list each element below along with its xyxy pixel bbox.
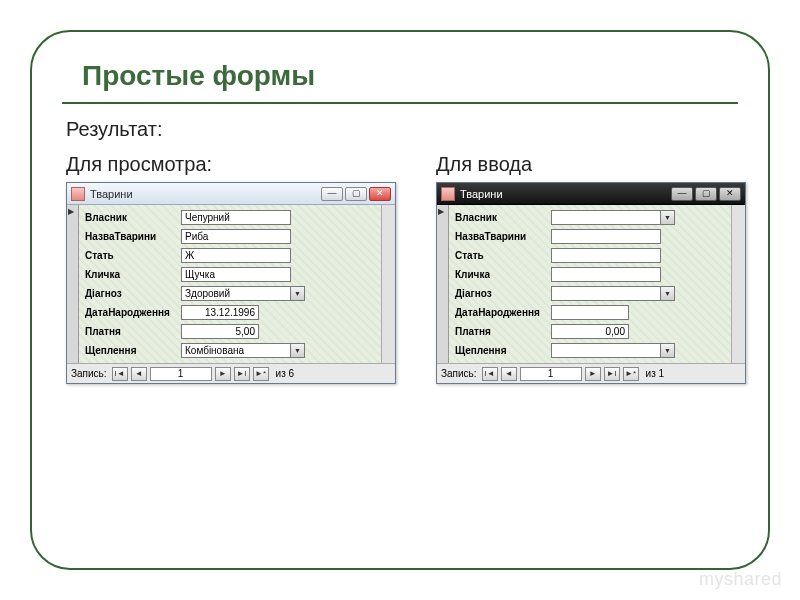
nav-total: из 6 bbox=[276, 368, 295, 379]
label-dob: ДатаНародження bbox=[85, 307, 181, 318]
label-vacc: Щеплення bbox=[455, 345, 551, 356]
combo-vacc[interactable] bbox=[551, 343, 661, 358]
chevron-down-icon[interactable]: ▼ bbox=[291, 286, 305, 301]
chevron-down-icon[interactable]: ▼ bbox=[661, 286, 675, 301]
input-pay[interactable]: 5,00 bbox=[181, 324, 259, 339]
window-entry: Тварини — ▢ ✕ Власник bbox=[436, 182, 746, 384]
minimize-button[interactable]: — bbox=[321, 187, 343, 201]
input-nick[interactable] bbox=[551, 267, 661, 282]
input-dob[interactable]: 13.12.1996 bbox=[181, 305, 259, 320]
chevron-down-icon[interactable]: ▼ bbox=[291, 343, 305, 358]
nav-new-button[interactable]: ►* bbox=[253, 367, 269, 381]
chevron-down-icon[interactable]: ▼ bbox=[661, 210, 675, 225]
label-pay: Платня bbox=[85, 326, 181, 337]
label-diag: Діагноз bbox=[85, 288, 181, 299]
combo-diag[interactable]: Здоровий bbox=[181, 286, 291, 301]
close-button[interactable]: ✕ bbox=[719, 187, 741, 201]
window-view: Тварини — ▢ ✕ Власник Чепурний bbox=[66, 182, 396, 384]
label-diag: Діагноз bbox=[455, 288, 551, 299]
label-vacc: Щеплення bbox=[85, 345, 181, 356]
nav-current-record[interactable]: 1 bbox=[520, 367, 582, 381]
label-pay: Платня bbox=[455, 326, 551, 337]
nav-last-button[interactable]: ►I bbox=[604, 367, 620, 381]
entry-column-label: Для ввода bbox=[436, 153, 756, 176]
scrollbar-vertical[interactable] bbox=[381, 205, 395, 363]
nav-next-button[interactable]: ► bbox=[215, 367, 231, 381]
slide-frame: Простые формы Результат: Для просмотра: … bbox=[30, 30, 770, 570]
columns: Для просмотра: Тварини — ▢ ✕ bbox=[62, 153, 738, 384]
input-nick[interactable]: Щучка bbox=[181, 267, 291, 282]
titlebar-view: Тварини — ▢ ✕ bbox=[67, 183, 395, 205]
input-dob[interactable] bbox=[551, 305, 629, 320]
nav-new-button[interactable]: ►* bbox=[623, 367, 639, 381]
label-owner: Власник bbox=[455, 212, 551, 223]
input-sex[interactable] bbox=[551, 248, 661, 263]
record-navigator: Запись: I◄ ◄ 1 ► ►I ►* из 1 bbox=[437, 363, 745, 383]
label-animal: НазваТварини bbox=[85, 231, 181, 242]
label-sex: Стать bbox=[455, 250, 551, 261]
view-column-label: Для просмотра: bbox=[66, 153, 406, 176]
label-animal: НазваТварини bbox=[455, 231, 551, 242]
record-navigator: Запись: I◄ ◄ 1 ► ►I ►* из 6 bbox=[67, 363, 395, 383]
label-sex: Стать bbox=[85, 250, 181, 261]
combo-diag[interactable] bbox=[551, 286, 661, 301]
nav-first-button[interactable]: I◄ bbox=[482, 367, 498, 381]
label-owner: Власник bbox=[85, 212, 181, 223]
result-label: Результат: bbox=[62, 118, 738, 141]
window-title: Тварини bbox=[90, 188, 133, 200]
nav-prev-button[interactable]: ◄ bbox=[131, 367, 147, 381]
scrollbar-vertical[interactable] bbox=[731, 205, 745, 363]
close-button[interactable]: ✕ bbox=[369, 187, 391, 201]
maximize-button[interactable]: ▢ bbox=[695, 187, 717, 201]
label-dob: ДатаНародження bbox=[455, 307, 551, 318]
input-animal[interactable]: Риба bbox=[181, 229, 291, 244]
slide-title: Простые формы bbox=[62, 52, 738, 104]
combo-owner[interactable] bbox=[551, 210, 661, 225]
maximize-button[interactable]: ▢ bbox=[345, 187, 367, 201]
nav-label: Запись: bbox=[441, 368, 477, 379]
app-icon bbox=[71, 187, 85, 201]
watermark: myshared bbox=[699, 569, 782, 590]
combo-vacc[interactable]: Комбінована bbox=[181, 343, 291, 358]
window-title: Тварини bbox=[460, 188, 503, 200]
minimize-button[interactable]: — bbox=[671, 187, 693, 201]
record-selector[interactable] bbox=[437, 205, 449, 363]
nav-current-record[interactable]: 1 bbox=[150, 367, 212, 381]
titlebar-entry: Тварини — ▢ ✕ bbox=[437, 183, 745, 205]
input-animal[interactable] bbox=[551, 229, 661, 244]
chevron-down-icon[interactable]: ▼ bbox=[661, 343, 675, 358]
nav-next-button[interactable]: ► bbox=[585, 367, 601, 381]
record-selector[interactable] bbox=[67, 205, 79, 363]
input-sex[interactable]: Ж bbox=[181, 248, 291, 263]
nav-prev-button[interactable]: ◄ bbox=[501, 367, 517, 381]
input-pay[interactable]: 0,00 bbox=[551, 324, 629, 339]
label-nick: Кличка bbox=[455, 269, 551, 280]
label-nick: Кличка bbox=[85, 269, 181, 280]
nav-total: из 1 bbox=[646, 368, 665, 379]
input-owner[interactable]: Чепурний bbox=[181, 210, 291, 225]
nav-last-button[interactable]: ►I bbox=[234, 367, 250, 381]
nav-label: Запись: bbox=[71, 368, 107, 379]
app-icon bbox=[441, 187, 455, 201]
nav-first-button[interactable]: I◄ bbox=[112, 367, 128, 381]
